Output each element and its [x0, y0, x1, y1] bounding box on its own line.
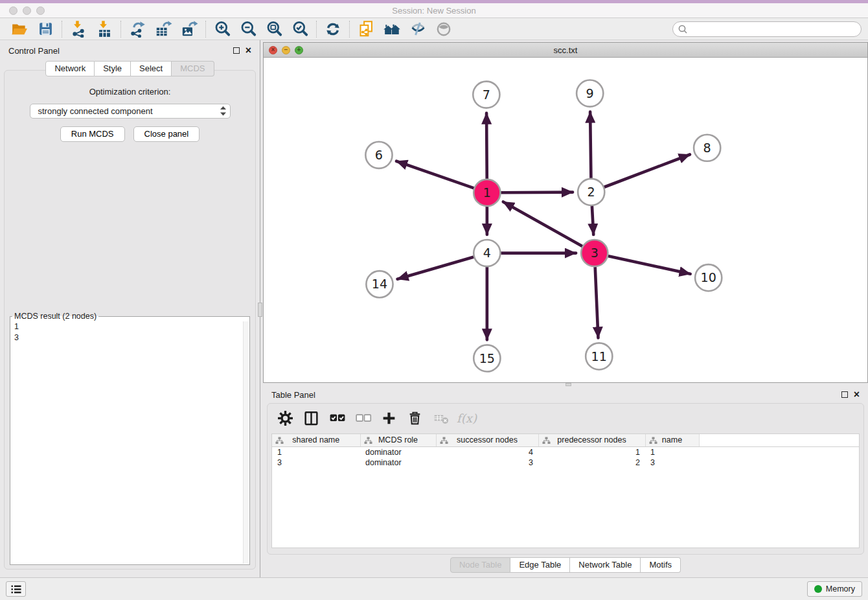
close-traffic-icon[interactable]: [9, 6, 17, 15]
node-table[interactable]: shared nameMCDS rolesuccessor nodesprede…: [271, 433, 860, 548]
graph-edge-3-11[interactable]: [595, 268, 599, 338]
graph-edge-2-3[interactable]: [592, 206, 593, 235]
table-cell[interactable]: 3: [436, 457, 538, 468]
toolbar-separator: [120, 21, 121, 38]
export-network-icon[interactable]: [124, 19, 150, 39]
close-table-panel-icon[interactable]: ×: [854, 391, 860, 398]
tab-node-table[interactable]: Node Table: [450, 557, 511, 573]
tab-motifs[interactable]: Motifs: [641, 557, 681, 573]
maximize-window-icon[interactable]: +: [295, 46, 303, 54]
maximize-traffic-icon[interactable]: [36, 6, 45, 15]
tab-network[interactable]: Network: [45, 61, 95, 76]
tab-mcds[interactable]: MCDS: [172, 61, 214, 76]
graph-edge-1-6[interactable]: [396, 161, 474, 188]
graph-node-4[interactable]: 4: [474, 240, 500, 266]
svg-text:10: 10: [701, 270, 716, 284]
close-panel-button[interactable]: Close panel: [133, 126, 200, 142]
tab-select[interactable]: Select: [131, 61, 172, 76]
table-cell[interactable]: 1: [645, 446, 699, 457]
save-session-icon[interactable]: [32, 19, 58, 39]
open-session-icon[interactable]: [6, 19, 32, 39]
column-header-shared-name[interactable]: shared name: [272, 434, 360, 446]
delete-table-icon[interactable]: [432, 410, 450, 427]
network-canvas[interactable]: 7968124314101511: [264, 58, 867, 382]
table-cell[interactable]: dominator: [360, 446, 436, 457]
search-box[interactable]: [672, 21, 862, 37]
graph-node-8[interactable]: 8: [694, 135, 720, 161]
delete-row-icon[interactable]: [406, 410, 424, 427]
close-panel-icon[interactable]: ×: [246, 47, 251, 54]
table-cell[interactable]: 1: [272, 446, 360, 457]
vertical-splitter-grip[interactable]: [258, 303, 262, 317]
result-line: 3: [14, 332, 246, 343]
import-network-icon[interactable]: [65, 19, 91, 39]
function-builder-icon[interactable]: f(x): [458, 410, 475, 427]
svg-text:15: 15: [479, 351, 495, 365]
float-panel-icon[interactable]: [233, 47, 240, 54]
zoom-in-icon[interactable]: [209, 19, 235, 39]
traffic-lights[interactable]: [9, 6, 45, 15]
graph-node-15[interactable]: 15: [474, 345, 500, 371]
graph-edge-1-7[interactable]: [486, 113, 487, 179]
column-header-predecessor-nodes[interactable]: predecessor nodes: [538, 434, 645, 446]
graph-edge-2-9[interactable]: [590, 112, 591, 178]
graph-node-14[interactable]: 14: [366, 271, 393, 297]
deselect-all-icon[interactable]: [354, 410, 372, 427]
horizontal-splitter-grip[interactable]: [565, 383, 571, 386]
graph-edge-1-2[interactable]: [501, 192, 573, 193]
add-row-icon[interactable]: [380, 410, 398, 427]
home-icon[interactable]: [379, 19, 405, 39]
close-window-icon[interactable]: ×: [269, 46, 277, 54]
graph-edge-3-1[interactable]: [503, 202, 582, 246]
zoom-selected-icon[interactable]: [287, 19, 313, 39]
column-header-successor-nodes[interactable]: successor nodes: [436, 434, 538, 446]
minimize-window-icon[interactable]: −: [282, 46, 290, 54]
graph-edge-4-14[interactable]: [398, 257, 474, 279]
graph-edge-3-10[interactable]: [608, 256, 690, 273]
zoom-out-icon[interactable]: [235, 19, 261, 39]
table-cell[interactable]: 3: [272, 457, 360, 468]
graph-node-3[interactable]: 3: [581, 240, 608, 266]
import-table-icon[interactable]: [91, 19, 117, 39]
network-window-titlebar[interactable]: × − + scc.txt: [264, 43, 867, 58]
table-row[interactable]: 1dominator411: [272, 446, 859, 457]
hide-panel-eye-icon[interactable]: [431, 19, 457, 39]
graph-node-6[interactable]: 6: [365, 142, 392, 168]
search-input[interactable]: [691, 25, 856, 34]
graph-node-2[interactable]: 2: [578, 179, 604, 205]
task-history-button[interactable]: [6, 581, 26, 597]
show-columns-icon[interactable]: [303, 410, 320, 427]
graph-node-10[interactable]: 10: [695, 264, 722, 291]
criterion-dropdown[interactable]: strongly connected component: [30, 104, 231, 119]
float-table-panel-icon[interactable]: [841, 391, 848, 398]
select-all-icon[interactable]: [328, 410, 346, 427]
graph-node-11[interactable]: 11: [586, 343, 612, 369]
table-cell[interactable]: 2: [538, 457, 645, 468]
column-header-name[interactable]: name: [645, 434, 699, 446]
result-scrollbar[interactable]: [243, 321, 249, 564]
settings-gear-icon[interactable]: [277, 410, 294, 427]
tab-network-table[interactable]: Network Table: [570, 557, 641, 573]
graph-node-7[interactable]: 7: [473, 82, 499, 108]
column-header-mcds-role[interactable]: MCDS role: [360, 434, 436, 446]
run-mcds-button[interactable]: Run MCDS: [60, 126, 125, 142]
table-cell[interactable]: dominator: [360, 457, 436, 468]
table-cell[interactable]: 3: [645, 457, 699, 468]
refresh-icon[interactable]: [320, 19, 346, 39]
table-row[interactable]: 3dominator323: [272, 457, 859, 468]
graph-node-9[interactable]: 9: [577, 80, 603, 107]
criterion-dropdown-value: strongly connected component: [38, 106, 153, 116]
graph-edge-2-8[interactable]: [604, 154, 690, 187]
graph-node-1[interactable]: 1: [474, 179, 500, 206]
table-cell[interactable]: 4: [436, 446, 538, 457]
export-table-icon[interactable]: [150, 19, 176, 39]
tab-edge-table[interactable]: Edge Table: [510, 557, 570, 573]
table-cell[interactable]: 1: [538, 446, 645, 457]
clone-network-icon[interactable]: [353, 19, 379, 39]
zoom-fit-icon[interactable]: [261, 19, 287, 39]
tab-style[interactable]: Style: [95, 61, 131, 76]
export-image-icon[interactable]: [176, 19, 202, 39]
show-graphics-details-icon[interactable]: [405, 19, 431, 39]
minimize-traffic-icon[interactable]: [23, 6, 31, 15]
memory-button[interactable]: Memory: [807, 581, 862, 597]
